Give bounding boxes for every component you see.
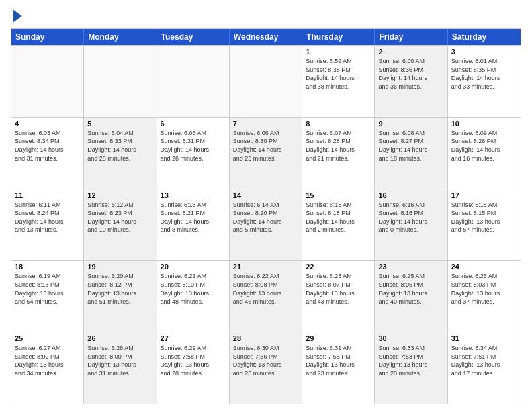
- cal-header-cell: Wednesday: [230, 29, 302, 45]
- cal-header-cell: Thursday: [302, 29, 375, 45]
- calendar-cell: 25Sunrise: 6:27 AM Sunset: 8:02 PM Dayli…: [11, 332, 84, 404]
- calendar-cell: 7Sunrise: 6:06 AM Sunset: 8:30 PM Daylig…: [230, 118, 302, 189]
- calendar-cell: 6Sunrise: 6:05 AM Sunset: 8:31 PM Daylig…: [157, 118, 230, 189]
- day-info: Sunrise: 6:06 AM Sunset: 8:30 PM Dayligh…: [233, 129, 298, 163]
- calendar-header: SundayMondayTuesdayWednesdayThursdayFrid…: [11, 29, 521, 45]
- day-info: Sunrise: 6:19 AM Sunset: 8:13 PM Dayligh…: [15, 272, 80, 306]
- day-number: 25: [15, 334, 80, 342]
- calendar-cell: 3Sunrise: 6:01 AM Sunset: 8:35 PM Daylig…: [448, 46, 521, 117]
- day-info: Sunrise: 6:23 AM Sunset: 8:07 PM Dayligh…: [306, 272, 371, 306]
- day-info: Sunrise: 6:11 AM Sunset: 8:24 PM Dayligh…: [15, 201, 80, 234]
- day-number: 2: [378, 48, 443, 56]
- calendar-cell: 4Sunrise: 6:03 AM Sunset: 8:34 PM Daylig…: [11, 118, 84, 189]
- day-number: 15: [306, 191, 371, 199]
- calendar-cell: 26Sunrise: 6:28 AM Sunset: 8:00 PM Dayli…: [84, 332, 157, 404]
- day-info: Sunrise: 6:09 AM Sunset: 8:26 PM Dayligh…: [451, 129, 517, 163]
- calendar-cell: 15Sunrise: 6:15 AM Sunset: 8:18 PM Dayli…: [302, 189, 375, 261]
- day-number: 8: [306, 120, 371, 128]
- calendar: SundayMondayTuesdayWednesdayThursdayFrid…: [11, 28, 521, 404]
- calendar-cell: [230, 46, 302, 117]
- header: [11, 11, 521, 23]
- calendar-cell: 29Sunrise: 6:31 AM Sunset: 7:55 PM Dayli…: [302, 332, 375, 404]
- day-info: Sunrise: 6:20 AM Sunset: 8:12 PM Dayligh…: [87, 272, 152, 306]
- calendar-row: 11Sunrise: 6:11 AM Sunset: 8:24 PM Dayli…: [11, 189, 521, 261]
- day-info: Sunrise: 6:25 AM Sunset: 8:05 PM Dayligh…: [378, 272, 443, 306]
- day-info: Sunrise: 6:00 AM Sunset: 8:36 PM Dayligh…: [378, 57, 443, 91]
- calendar-cell: [157, 46, 230, 117]
- page: SundayMondayTuesdayWednesdayThursdayFrid…: [0, 0, 532, 411]
- day-number: 20: [161, 263, 226, 271]
- calendar-cell: 21Sunrise: 6:22 AM Sunset: 8:08 PM Dayli…: [230, 261, 302, 332]
- day-number: 7: [233, 120, 298, 128]
- day-number: 9: [378, 120, 443, 128]
- day-info: Sunrise: 6:30 AM Sunset: 7:56 PM Dayligh…: [233, 344, 298, 377]
- calendar-cell: 9Sunrise: 6:08 AM Sunset: 8:27 PM Daylig…: [375, 118, 447, 189]
- day-number: 4: [15, 120, 80, 128]
- calendar-cell: 23Sunrise: 6:25 AM Sunset: 8:05 PM Dayli…: [375, 261, 447, 332]
- day-info: Sunrise: 6:03 AM Sunset: 8:34 PM Dayligh…: [15, 129, 80, 163]
- cal-header-cell: Sunday: [11, 29, 84, 45]
- calendar-cell: 22Sunrise: 6:23 AM Sunset: 8:07 PM Dayli…: [302, 261, 375, 332]
- day-number: 24: [451, 263, 517, 271]
- calendar-cell: 18Sunrise: 6:19 AM Sunset: 8:13 PM Dayli…: [11, 261, 84, 332]
- day-number: 5: [87, 120, 152, 128]
- day-info: Sunrise: 6:28 AM Sunset: 8:00 PM Dayligh…: [87, 344, 152, 377]
- day-number: 30: [378, 334, 443, 342]
- day-info: Sunrise: 6:26 AM Sunset: 8:03 PM Dayligh…: [451, 272, 517, 306]
- calendar-cell: 13Sunrise: 6:13 AM Sunset: 8:21 PM Dayli…: [157, 189, 230, 261]
- day-number: 19: [87, 263, 152, 271]
- day-info: Sunrise: 6:22 AM Sunset: 8:08 PM Dayligh…: [233, 272, 298, 306]
- calendar-cell: 30Sunrise: 6:33 AM Sunset: 7:53 PM Dayli…: [375, 332, 447, 404]
- day-info: Sunrise: 6:21 AM Sunset: 8:10 PM Dayligh…: [161, 272, 226, 306]
- calendar-row: 4Sunrise: 6:03 AM Sunset: 8:34 PM Daylig…: [11, 117, 521, 189]
- calendar-cell: 24Sunrise: 6:26 AM Sunset: 8:03 PM Dayli…: [448, 261, 521, 332]
- calendar-row: 18Sunrise: 6:19 AM Sunset: 8:13 PM Dayli…: [11, 260, 521, 332]
- day-number: 23: [378, 263, 443, 271]
- day-info: Sunrise: 6:34 AM Sunset: 7:51 PM Dayligh…: [451, 344, 517, 377]
- day-info: Sunrise: 6:15 AM Sunset: 8:18 PM Dayligh…: [306, 201, 371, 234]
- cal-header-cell: Friday: [375, 29, 447, 45]
- day-number: 3: [451, 48, 517, 56]
- day-number: 10: [451, 120, 517, 128]
- calendar-cell: 8Sunrise: 6:07 AM Sunset: 8:28 PM Daylig…: [302, 118, 375, 189]
- day-info: Sunrise: 6:31 AM Sunset: 7:55 PM Dayligh…: [306, 344, 371, 377]
- day-number: 6: [161, 120, 226, 128]
- day-number: 31: [451, 334, 517, 342]
- day-info: Sunrise: 6:27 AM Sunset: 8:02 PM Dayligh…: [15, 344, 80, 377]
- calendar-cell: 16Sunrise: 6:16 AM Sunset: 8:16 PM Dayli…: [375, 189, 447, 261]
- day-info: Sunrise: 6:12 AM Sunset: 8:23 PM Dayligh…: [87, 201, 152, 234]
- day-info: Sunrise: 6:14 AM Sunset: 8:20 PM Dayligh…: [233, 201, 298, 234]
- day-info: Sunrise: 6:18 AM Sunset: 8:15 PM Dayligh…: [451, 201, 517, 234]
- logo-arrow-icon: [13, 9, 22, 23]
- cal-header-cell: Monday: [84, 29, 157, 45]
- calendar-cell: 12Sunrise: 6:12 AM Sunset: 8:23 PM Dayli…: [84, 189, 157, 261]
- logo-text: [11, 11, 22, 23]
- day-info: Sunrise: 6:05 AM Sunset: 8:31 PM Dayligh…: [161, 129, 226, 163]
- calendar-cell: 14Sunrise: 6:14 AM Sunset: 8:20 PM Dayli…: [230, 189, 302, 261]
- day-number: 27: [161, 334, 226, 342]
- calendar-cell: 27Sunrise: 6:29 AM Sunset: 7:58 PM Dayli…: [157, 332, 230, 404]
- day-number: 28: [233, 334, 298, 342]
- day-number: 17: [451, 191, 517, 199]
- day-info: Sunrise: 6:13 AM Sunset: 8:21 PM Dayligh…: [161, 201, 226, 234]
- calendar-cell: 10Sunrise: 6:09 AM Sunset: 8:26 PM Dayli…: [448, 118, 521, 189]
- day-number: 14: [233, 191, 298, 199]
- day-number: 18: [15, 263, 80, 271]
- day-info: Sunrise: 5:59 AM Sunset: 8:38 PM Dayligh…: [306, 57, 371, 91]
- calendar-cell: 20Sunrise: 6:21 AM Sunset: 8:10 PM Dayli…: [157, 261, 230, 332]
- day-info: Sunrise: 6:08 AM Sunset: 8:27 PM Dayligh…: [378, 129, 443, 163]
- day-number: 21: [233, 263, 298, 271]
- day-number: 16: [378, 191, 443, 199]
- day-number: 29: [306, 334, 371, 342]
- cal-header-cell: Tuesday: [157, 29, 230, 45]
- calendar-cell: 17Sunrise: 6:18 AM Sunset: 8:15 PM Dayli…: [448, 189, 521, 261]
- calendar-cell: 31Sunrise: 6:34 AM Sunset: 7:51 PM Dayli…: [448, 332, 521, 404]
- day-number: 12: [87, 191, 152, 199]
- calendar-cell: 2Sunrise: 6:00 AM Sunset: 8:36 PM Daylig…: [375, 46, 447, 117]
- day-info: Sunrise: 6:33 AM Sunset: 7:53 PM Dayligh…: [378, 344, 443, 377]
- calendar-cell: [84, 46, 157, 117]
- day-info: Sunrise: 6:29 AM Sunset: 7:58 PM Dayligh…: [161, 344, 226, 377]
- calendar-cell: 5Sunrise: 6:04 AM Sunset: 8:33 PM Daylig…: [84, 118, 157, 189]
- day-number: 13: [161, 191, 226, 199]
- calendar-body: 1Sunrise: 5:59 AM Sunset: 8:38 PM Daylig…: [11, 45, 521, 404]
